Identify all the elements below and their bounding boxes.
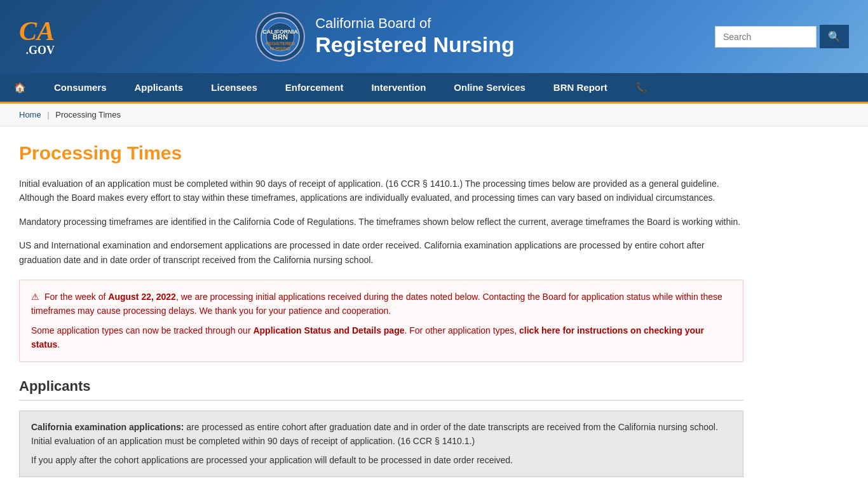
phone-icon: 📞: [635, 82, 648, 93]
svg-text:NURSING: NURSING: [270, 46, 290, 51]
nav-consumers[interactable]: Consumers: [40, 72, 121, 103]
applicants-section-heading: Applicants: [19, 378, 743, 401]
ca-gov-logo: CA .GOV: [19, 18, 55, 56]
org-title: California Board of Registered Nursing: [315, 15, 515, 58]
notice-box: ⚠ For the week of August 22, 2022, we ar…: [19, 280, 743, 362]
breadcrumb-current: Processing Times: [55, 110, 121, 119]
nav-phone[interactable]: 📞: [621, 72, 661, 103]
info-box-paragraph-1: California examination applications: are…: [31, 420, 731, 449]
nav-online-services[interactable]: Online Services: [440, 72, 539, 103]
intro-paragraph-2: Mandatory processing timeframes are iden…: [19, 215, 743, 229]
track-text-2: . For other application types,: [404, 325, 519, 336]
svg-text:BRN: BRN: [273, 33, 288, 41]
ca-gov-logo-area[interactable]: CA .GOV: [19, 18, 55, 56]
gov-text: .GOV: [19, 44, 55, 56]
page-title: Processing Times: [19, 142, 743, 164]
search-input[interactable]: [715, 26, 817, 48]
home-icon: 🏠: [14, 82, 26, 93]
svg-text:REGISTERED: REGISTERED: [266, 41, 295, 46]
notice-warning-line: ⚠ For the week of August 22, 2022, we ar…: [31, 290, 731, 318]
org-title-area: CALIFORNIA BRN REGISTERED NURSING Califo…: [255, 11, 515, 62]
main-nav: 🏠 Consumers Applicants Licensees Enforce…: [0, 73, 868, 104]
nav-brn-report[interactable]: BRN Report: [539, 72, 621, 103]
intro-paragraph-1: Initial evaluation of an application mus…: [19, 177, 743, 205]
app-status-link[interactable]: Application Status and Details page: [253, 325, 404, 336]
notice-date: August 22, 2022: [108, 292, 176, 302]
breadcrumb-separator: |: [47, 110, 49, 119]
nav-licensees[interactable]: Licensees: [197, 72, 271, 103]
nav-home[interactable]: 🏠: [0, 72, 40, 103]
brn-seal-logo: CALIFORNIA BRN REGISTERED NURSING: [255, 11, 306, 62]
track-text-3: .: [57, 339, 60, 349]
track-text-1: Some application types can now be tracke…: [31, 325, 253, 336]
nav-applicants[interactable]: Applicants: [121, 72, 198, 103]
main-content: Processing Times Initial evaluation of a…: [0, 126, 763, 488]
org-line2: Registered Nursing: [315, 32, 515, 58]
california-exam-info-box: California examination applications: are…: [19, 410, 743, 477]
header: CA .GOV CALIFORNIA BRN REGISTERED NURSIN…: [0, 0, 868, 73]
nav-intervention[interactable]: Intervention: [357, 72, 440, 103]
info-box-bold-label: California examination applications:: [31, 422, 184, 432]
info-box-paragraph-2: If you apply after the cohort applicatio…: [31, 453, 731, 467]
intro-paragraph-3: US and International examination and end…: [19, 238, 743, 267]
search-button[interactable]: 🔍: [820, 25, 849, 48]
notice-track-line: Some application types can now be tracke…: [31, 323, 731, 352]
breadcrumb-home-link[interactable]: Home: [19, 110, 41, 119]
org-line1: California Board of: [315, 15, 515, 32]
breadcrumb: Home | Processing Times: [0, 104, 868, 126]
nav-enforcement[interactable]: Enforcement: [271, 72, 358, 103]
warning-icon: ⚠: [31, 292, 39, 302]
search-area: 🔍: [715, 25, 849, 48]
search-icon: 🔍: [828, 31, 841, 42]
notice-text-before-date: For the week of: [44, 292, 108, 302]
